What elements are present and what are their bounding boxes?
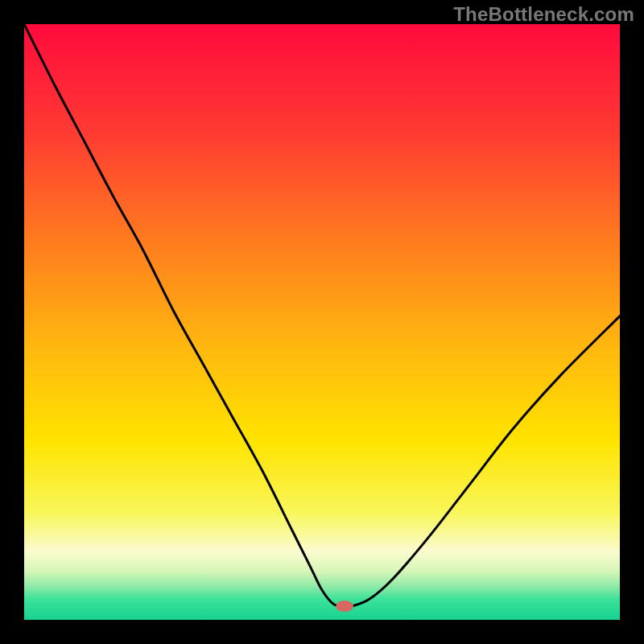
watermark-text: TheBottleneck.com: [453, 3, 634, 26]
chart-canvas: [24, 24, 620, 620]
chart-background: [24, 24, 620, 620]
optimum-marker: [336, 601, 353, 612]
outer-frame: TheBottleneck.com: [0, 0, 644, 644]
